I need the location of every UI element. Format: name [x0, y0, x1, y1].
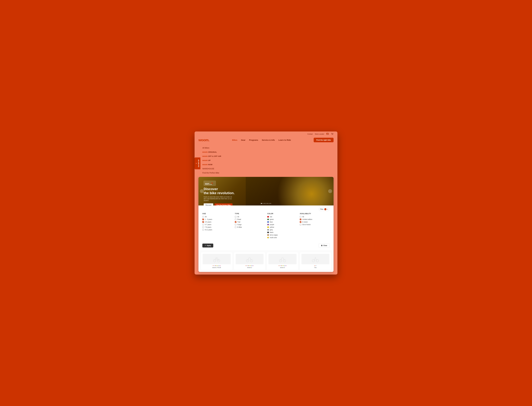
dropdown-up[interactable]: woom UP — [202, 159, 330, 162]
apply-filter-button[interactable]: ✓ Apply — [202, 244, 213, 247]
prod-dot — [282, 265, 283, 266]
age-3-5-option[interactable]: 3-5 years — [202, 221, 232, 223]
color-red-option[interactable]: red — [267, 216, 297, 218]
avail-limited-checkbox[interactable] — [300, 219, 301, 220]
nav-programs[interactable]: Programs — [249, 139, 258, 141]
type-ebike-option[interactable]: E-Bike — [235, 226, 265, 228]
woom-brand-logo-4: woom — [202, 163, 208, 166]
side-promo-tab[interactable]: × Get $25 Off — [195, 158, 200, 169]
dropdown-warehouse[interactable]: WAREHOUSE — [202, 167, 330, 170]
dropdown-off[interactable]: woom OFF & OFF AIR — [202, 155, 330, 158]
product-card-2[interactable]: woom 2 — [234, 252, 265, 270]
dot-4[interactable] — [266, 203, 266, 204]
avail-outstock-checkbox[interactable] — [300, 224, 301, 225]
age-7-9-checkbox[interactable] — [202, 226, 204, 228]
contact-link[interactable]: Contact — [308, 133, 313, 135]
color-terra-option[interactable]: terra coppa — [267, 234, 297, 236]
age-all-checkbox[interactable] — [202, 216, 204, 218]
type-all-checkbox[interactable] — [235, 216, 236, 218]
type-cargo-label: Cargo — [237, 224, 242, 225]
dropdown-now[interactable]: woom NOW — [202, 163, 330, 166]
color-black-option[interactable]: black — [267, 232, 297, 233]
nav-links: Bikes Gear Programs Service & Info Learn… — [232, 139, 291, 141]
product-color-dots-3 — [268, 265, 296, 266]
nav-learn[interactable]: Learn to Ride — [279, 139, 291, 141]
age-all-option[interactable]: All — [202, 216, 232, 218]
clear-filter-button[interactable]: 🗑 Clear — [319, 243, 330, 248]
dot-6[interactable] — [269, 203, 270, 204]
type-all-option[interactable]: All — [235, 216, 265, 218]
age-3-5-checkbox[interactable] — [202, 221, 204, 223]
age-1-3-checkbox[interactable] — [202, 219, 204, 220]
filter-color-column: Color red green blue pu — [267, 213, 297, 239]
main-nav: woom. Bikes Gear Programs Service & Info… — [198, 136, 334, 144]
color-yellow-dot — [267, 226, 269, 228]
type-road-option[interactable]: Road — [235, 218, 265, 220]
dot-7[interactable] — [270, 203, 271, 204]
find-bike-button[interactable]: Find the right bike — [314, 138, 334, 142]
type-all-label: All — [237, 216, 239, 218]
language-icon[interactable] — [326, 133, 329, 135]
color-green-option[interactable]: green — [267, 218, 297, 220]
color-blue-option[interactable]: blue — [267, 221, 297, 223]
prod-dot — [216, 265, 217, 266]
type-trail-checkbox[interactable] — [235, 221, 236, 223]
dropdown-all-bikes[interactable]: All Bikes — [202, 146, 330, 149]
avail-instock-option[interactable]: In stock — [300, 221, 330, 223]
original-label: ORIGINAL — [208, 151, 217, 153]
product-card-1[interactable]: woom 1 PLUS — [201, 252, 232, 270]
avail-limited-option[interactable]: Limited edition — [300, 218, 330, 220]
avail-all-checkbox[interactable] — [300, 216, 301, 218]
dropdown-original[interactable]: woom ORIGINAL — [202, 151, 330, 153]
bike-visual — [246, 177, 334, 205]
promo-close-icon[interactable]: × — [196, 163, 197, 164]
type-road-checkbox[interactable] — [235, 219, 236, 220]
age-5-7-option[interactable]: 5-7 years — [202, 224, 232, 225]
type-cargo-checkbox[interactable] — [235, 224, 236, 225]
avail-instock-checkbox[interactable] — [300, 221, 301, 223]
age-9-11-checkbox[interactable] — [202, 229, 204, 231]
dropdown-find-perfect[interactable]: Find the Perfect Bike — [202, 171, 330, 174]
product-card-3[interactable]: woom 3 — [267, 252, 298, 270]
prod-dot — [286, 265, 286, 266]
nav-service[interactable]: Service & Info — [262, 139, 275, 141]
main-content-card: woom RIDERS CLUB Discover the bike revol… — [198, 177, 334, 272]
color-yellow-option[interactable]: yellow — [267, 226, 297, 228]
apply-label: Apply — [207, 245, 211, 246]
color-multi-option[interactable]: multi-color — [267, 237, 297, 239]
color-purple-option[interactable]: purple — [267, 224, 297, 225]
age-5-7-label: 5-7 years — [205, 224, 211, 225]
product-card-4[interactable]: Toa — [300, 252, 331, 270]
dot-1[interactable] — [261, 203, 262, 204]
woom-logo[interactable]: woom. — [198, 138, 209, 142]
hero-find-perfect-button[interactable]: Find the Perfect Bike — [215, 203, 232, 205]
type-trail-option[interactable]: Trail — [235, 221, 265, 223]
dot-5[interactable] — [267, 203, 268, 204]
hero-next-button[interactable]: › — [328, 189, 332, 193]
hero-discover-button[interactable]: Discover — [204, 203, 213, 205]
dot-2[interactable] — [262, 203, 263, 204]
age-7-9-label: 7-9 years — [205, 226, 211, 228]
age-5-7-checkbox[interactable] — [202, 224, 204, 225]
avail-all-option[interactable]: All — [300, 216, 330, 218]
avail-outstock-option[interactable]: Out of stock — [300, 224, 330, 225]
type-cargo-option[interactable]: Cargo — [235, 224, 265, 225]
hero-content: woom RIDERS CLUB Discover the bike revol… — [204, 181, 235, 205]
filter-badge[interactable]: Filter 1 × — [319, 208, 330, 211]
nav-bikes[interactable]: Bikes — [232, 139, 237, 141]
filter-type-title: Type — [235, 213, 265, 215]
nav-gear[interactable]: Gear — [241, 139, 245, 141]
store-locator-link[interactable]: Store Locator — [315, 133, 324, 135]
prod-dot — [249, 265, 250, 266]
cart-icon[interactable] — [331, 133, 334, 135]
prod-dot — [250, 265, 251, 266]
filter-close-icon[interactable]: × — [327, 208, 328, 210]
age-7-9-option[interactable]: 7-9 years — [202, 226, 232, 228]
hero-prev-button[interactable]: ‹ — [200, 189, 204, 193]
dot-3[interactable] — [264, 203, 265, 204]
age-9-11-option[interactable]: 9-11 years — [202, 229, 232, 231]
type-ebike-checkbox[interactable] — [235, 226, 236, 228]
age-1-3-option[interactable]: 1 - 3 years — [202, 218, 232, 220]
color-grey-label: grey — [270, 229, 273, 231]
color-grey-option[interactable]: grey — [267, 229, 297, 231]
